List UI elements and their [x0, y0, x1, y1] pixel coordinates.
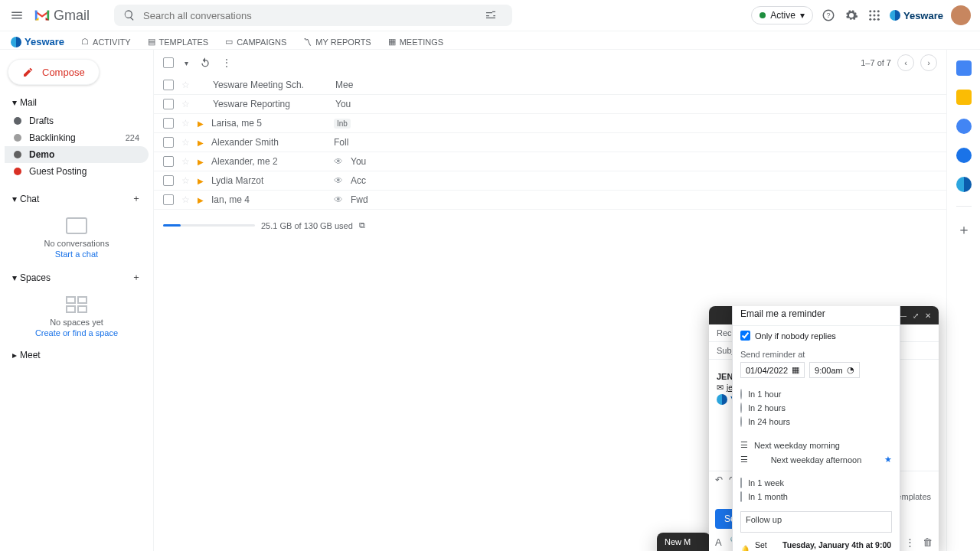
tab-campaigns[interactable]: ▭CAMPAIGNS — [225, 37, 286, 47]
apps-grid-icon[interactable] — [867, 8, 882, 23]
tab-templates[interactable]: ▤TEMPLATES — [148, 37, 209, 47]
yesware-brand-small[interactable]: Yesware — [11, 36, 64, 47]
star-icon[interactable]: ☆ — [181, 137, 190, 148]
subject-preview: Acc — [351, 175, 366, 186]
triangle-icon: ▶ — [198, 196, 204, 204]
row-checkbox[interactable] — [163, 194, 174, 205]
row-checkbox[interactable] — [163, 99, 174, 109]
table-row[interactable]: ☆ ▶ Larisa, me 5 Inb — [154, 114, 946, 133]
chat-section[interactable]: ▾Chat＋ — [5, 189, 149, 208]
compose-button[interactable]: Compose — [8, 59, 100, 85]
table-row[interactable]: ☆ Yesware Meeting Sch. Mee — [154, 76, 946, 95]
tab-meetings[interactable]: ▦MEETINGS — [388, 37, 443, 47]
keep-app-icon[interactable] — [956, 90, 972, 105]
plus-icon[interactable]: ＋ — [132, 271, 141, 284]
table-row[interactable]: ☆ ▶ Alexander, me 2 👁 You — [154, 152, 946, 171]
menu-icon[interactable] — [9, 8, 24, 23]
search-icon — [123, 9, 136, 21]
mail-section[interactable]: ▾Mail — [5, 94, 149, 111]
reminder-option[interactable]: ☰Next weekday morning — [740, 438, 892, 452]
star-icon[interactable]: ☆ — [181, 118, 190, 129]
star-icon[interactable]: ☆ — [181, 99, 190, 109]
reminder-time-input[interactable]: 9:00am◔ — [809, 362, 860, 378]
plus-icon[interactable]: ＋ — [132, 192, 141, 205]
row-checkbox[interactable] — [163, 80, 174, 90]
tab-reports[interactable]: 〽MY REPORTS — [303, 37, 371, 47]
format-icon[interactable]: A — [715, 536, 722, 548]
search-bar[interactable] — [114, 5, 512, 26]
meet-section[interactable]: ▸Meet — [5, 347, 149, 364]
sender: Lydia Marzot — [211, 175, 326, 186]
bars-icon: ☰ — [740, 455, 748, 464]
row-checkbox[interactable] — [163, 156, 174, 167]
option-label: In 24 hours — [748, 417, 790, 426]
create-space-link[interactable]: Create or find a space — [5, 328, 149, 337]
star-icon[interactable]: ☆ — [181, 175, 190, 186]
yesware-app-icon[interactable] — [956, 177, 972, 192]
calendar-app-icon[interactable] — [956, 60, 972, 76]
clock-icon — [740, 389, 742, 399]
table-row[interactable]: ☆ ▶ Lydia Marzot 👁 Acc — [154, 171, 946, 191]
star-icon[interactable]: ☆ — [181, 156, 190, 167]
open-external-icon[interactable]: ⧉ — [359, 220, 365, 230]
pagination-text: 1–7 of 7 — [861, 58, 891, 67]
table-row[interactable]: ☆ ▶ Alexander Smith Foll — [154, 133, 946, 152]
tune-icon[interactable] — [485, 9, 497, 21]
more-icon[interactable]: ⋮ — [905, 536, 915, 548]
next-page-button[interactable]: › — [920, 54, 937, 71]
calendar-icon: ▦ — [388, 37, 396, 47]
refresh-icon[interactable] — [199, 57, 211, 69]
table-row[interactable]: ☆ ▶ Ian, me 4 👁 Fwd — [154, 191, 946, 210]
trash-icon[interactable]: 🗑 — [923, 536, 933, 548]
chevron-down-icon[interactable]: ▾ — [185, 59, 188, 67]
star-icon[interactable]: ☆ — [181, 80, 190, 90]
reminder-option[interactable]: In 1 hour — [740, 387, 892, 401]
reminder-option[interactable]: ☰Next weekday afternoon★ — [740, 452, 892, 467]
more-icon[interactable]: ⋮ — [222, 57, 231, 68]
compose-window-minimized[interactable]: New M — [657, 533, 710, 551]
reminder-option[interactable]: In 1 month — [740, 490, 892, 504]
row-checkbox[interactable] — [163, 175, 174, 186]
table-row[interactable]: ☆ Yesware Reporting You — [154, 95, 946, 114]
only-if-nobody-replies[interactable]: Only if nobody replies — [740, 331, 892, 341]
triangle-icon: ▶ — [198, 139, 204, 147]
row-checkbox[interactable] — [163, 137, 174, 148]
star-icon[interactable]: ★ — [884, 455, 892, 465]
sidebar-item-demo[interactable]: Demo — [5, 146, 149, 163]
reminder-date-input[interactable]: 01/04/2022▦ — [740, 362, 805, 378]
spaces-section[interactable]: ▾Spaces＋ — [5, 268, 149, 287]
sender: Ian, me 4 — [211, 194, 326, 205]
reminder-option[interactable]: In 24 hours — [740, 415, 892, 429]
close-icon[interactable]: ✕ — [925, 311, 931, 320]
start-chat-link[interactable]: Start a chat — [5, 249, 149, 259]
svg-point-4 — [877, 10, 880, 12]
sidebar-item-guest-posting[interactable]: Guest Posting — [5, 163, 149, 180]
only-if-checkbox[interactable] — [740, 331, 750, 341]
campaign-icon: ▭ — [225, 37, 233, 47]
gmail-logo[interactable]: Gmail — [34, 8, 90, 24]
reminder-option[interactable]: In 2 hours — [740, 401, 892, 415]
tasks-app-icon[interactable] — [956, 119, 972, 134]
sidebar-item-drafts[interactable]: Drafts — [5, 112, 149, 129]
undo-icon[interactable]: ↶ — [715, 474, 723, 485]
add-app-icon[interactable]: ＋ — [957, 220, 971, 239]
yesware-brand[interactable]: Yesware — [890, 10, 943, 21]
pencil-icon — [22, 66, 34, 78]
contacts-app-icon[interactable] — [956, 148, 972, 163]
prev-page-button[interactable]: ‹ — [897, 54, 914, 71]
search-input[interactable] — [143, 10, 477, 21]
tab-activity[interactable]: ☖ACTIVITY — [81, 37, 131, 47]
star-icon[interactable]: ☆ — [181, 194, 190, 205]
select-all-checkbox[interactable] — [163, 57, 174, 68]
subject-preview: Fwd — [351, 194, 368, 205]
status-pill[interactable]: Active ▾ — [751, 6, 813, 24]
reminder-note-input[interactable]: Follow up — [740, 511, 892, 533]
row-checkbox[interactable] — [163, 118, 174, 129]
help-icon[interactable]: ? — [821, 8, 836, 23]
sidebar-item-backlinking[interactable]: Backlinking 224 — [5, 129, 149, 146]
reminder-option[interactable]: In 1 week — [740, 476, 892, 490]
storage-text: 25.1 GB of 130 GB used — [261, 221, 353, 230]
expand-icon[interactable]: ⤢ — [913, 311, 919, 320]
gear-icon[interactable] — [844, 8, 859, 23]
avatar[interactable] — [951, 5, 971, 25]
